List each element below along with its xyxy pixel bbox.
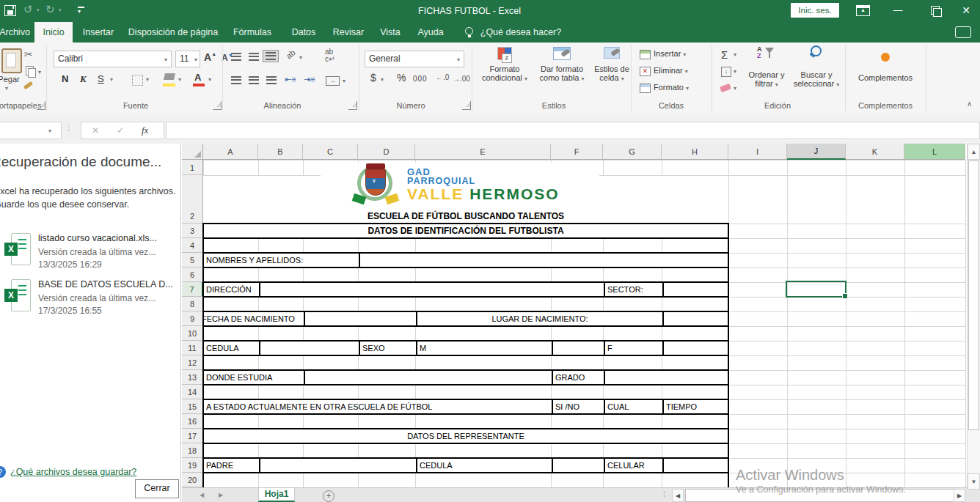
delete-cells-button[interactable]: Eliminar ▾: [654, 66, 688, 75]
clipboard-dialog-launcher[interactable]: ◿: [37, 101, 45, 110]
formula-input[interactable]: [166, 122, 980, 139]
vertical-scrollbar[interactable]: ▲ ▼: [967, 144, 980, 490]
tab-disposicion[interactable]: Disposición de página: [125, 22, 222, 43]
close-button[interactable]: ✕: [952, 0, 980, 22]
row-header-11[interactable]: 11: [182, 341, 203, 355]
tabbar-grip-icon[interactable]: ⁞: [663, 490, 665, 498]
bold-button[interactable]: N: [62, 73, 68, 84]
ribbon-display-options-icon[interactable]: ▲: [856, 5, 870, 16]
merge-dropdown-icon[interactable]: ▾: [343, 78, 345, 84]
row-header-5[interactable]: 5: [182, 253, 203, 267]
addins-button[interactable]: Complementos: [853, 73, 918, 82]
feedback-icon[interactable]: [955, 26, 971, 38]
format-cells-button[interactable]: Formato ▾: [654, 83, 689, 92]
vscroll-down-icon[interactable]: ▼: [968, 473, 980, 490]
active-cell-selection[interactable]: [786, 281, 846, 298]
minimize-button[interactable]: —: [885, 0, 911, 22]
qat-customize-arrow-icon[interactable]: ▾: [78, 8, 81, 15]
form-row-19[interactable]: PADRE CEDULA CELULAR: [202, 457, 729, 473]
cancel-icon[interactable]: ✕: [92, 125, 99, 136]
recovered-file-item[interactable]: X listado curso vacacional.xls... Versió…: [0, 232, 180, 277]
align-bottom-icon[interactable]: [263, 50, 279, 62]
hscroll-right-icon[interactable]: ▶: [954, 489, 965, 502]
select-all-corner[interactable]: [182, 144, 203, 160]
autosum-dropdown-icon[interactable]: ▾: [734, 51, 736, 58]
clear-dropdown-icon[interactable]: ▾: [734, 85, 736, 92]
paste-dropdown-icon[interactable]: ▾: [5, 85, 8, 92]
column-header-B[interactable]: B: [258, 144, 303, 160]
column-header-E[interactable]: E: [415, 144, 551, 160]
form-row-11[interactable]: CEDULA SEXO M F: [202, 340, 729, 356]
font-dialog-launcher[interactable]: ◿: [213, 101, 222, 110]
form-row-3[interactable]: DATOS DE IDENTIFICACIÓN DEL FUTBOLISTA: [202, 223, 729, 239]
tab-insertar[interactable]: Insertar: [76, 22, 121, 43]
row-header-12[interactable]: 12: [182, 355, 203, 370]
name-box[interactable]: [0, 122, 62, 139]
which-files-link[interactable]: ¿Qué archivos desea guardar?: [10, 467, 136, 477]
row-header-4[interactable]: 4: [182, 238, 203, 253]
decrease-decimal-icon[interactable]: →.00: [453, 75, 470, 83]
collapse-ribbon-icon[interactable]: ∧: [967, 100, 972, 108]
row-header-14[interactable]: 14: [182, 385, 203, 399]
form-row-13[interactable]: DONDE ESTUDIA GRADO: [202, 369, 729, 385]
addins-icon[interactable]: [881, 53, 890, 62]
vscroll-thumb[interactable]: [968, 160, 979, 430]
column-header-I[interactable]: I: [728, 144, 787, 160]
paste-label[interactable]: Pegar: [0, 75, 23, 84]
grow-font-icon[interactable]: A▲: [204, 51, 216, 63]
fill-icon[interactable]: ↓: [721, 67, 731, 77]
conditional-formatting-button[interactable]: ≠ Formato condicional ▾: [480, 47, 529, 82]
format-cells-icon[interactable]: [640, 84, 651, 93]
increase-decimal-icon[interactable]: ←.0: [436, 73, 449, 81]
row-header-19[interactable]: 19: [182, 458, 203, 473]
form-row-7[interactable]: DIRECCIÓN SECTOR:: [202, 281, 729, 298]
new-sheet-icon[interactable]: +: [323, 490, 334, 502]
row-header-8[interactable]: 8: [182, 297, 203, 311]
undo-icon[interactable]: ↺: [23, 3, 33, 16]
column-header-K[interactable]: K: [846, 144, 904, 160]
column-header-G[interactable]: G: [603, 144, 662, 160]
restore-button[interactable]: [921, 0, 948, 22]
tab-archivo[interactable]: Archivo: [0, 22, 35, 43]
sheet-nav-next-icon[interactable]: ▶: [219, 492, 223, 498]
font-color-icon[interactable]: A: [194, 72, 201, 83]
row-header-17[interactable]: 17: [182, 429, 203, 443]
column-header-C[interactable]: C: [303, 144, 358, 160]
tab-revisar[interactable]: Revisar: [327, 22, 370, 43]
row-header-18[interactable]: 18: [182, 443, 203, 458]
wrap-text-icon[interactable]: abc↵: [325, 48, 334, 63]
underline-button[interactable]: S: [98, 73, 104, 84]
number-dialog-launcher[interactable]: ◿: [462, 101, 471, 110]
sheet-nav-prev-icon[interactable]: ◀: [200, 492, 204, 498]
close-pane-button[interactable]: Cerrar: [135, 479, 179, 498]
fill-color-dropdown-icon[interactable]: ▾: [178, 76, 181, 83]
row-header-20[interactable]: 20: [182, 473, 203, 487]
tab-vista[interactable]: Vista: [374, 22, 406, 43]
insert-cells-icon[interactable]: [640, 50, 651, 59]
tab-inicio[interactable]: Inicio: [34, 22, 73, 43]
sort-filter-button[interactable]: A Z Ordenar y filtrar ▾: [742, 45, 791, 88]
row-header-15[interactable]: 15: [182, 399, 203, 414]
column-header-H[interactable]: H: [662, 144, 728, 160]
column-header-F[interactable]: F: [551, 144, 603, 160]
cut-icon[interactable]: ✂: [24, 48, 33, 60]
row-header-10[interactable]: 10: [182, 326, 203, 341]
row-header-2[interactable]: 2: [182, 175, 203, 224]
vscroll-up-icon[interactable]: ▲: [968, 144, 980, 160]
row-header-9[interactable]: 9: [182, 311, 203, 326]
redo-icon[interactable]: ↻: [45, 3, 55, 16]
font-color-dropdown-icon[interactable]: ▾: [208, 76, 211, 83]
redo-dropdown-icon[interactable]: ▾: [59, 7, 62, 13]
row-header-3[interactable]: 3: [182, 224, 203, 238]
find-select-button[interactable]: Buscar y seleccionar ▾: [791, 45, 842, 88]
align-top-icon[interactable]: [231, 53, 241, 61]
decrease-indent-icon[interactable]: ⇤≡: [285, 75, 296, 84]
column-header-J[interactable]: J: [787, 144, 846, 160]
percent-icon[interactable]: %: [397, 72, 406, 84]
number-format-combo[interactable]: General▾: [365, 51, 464, 67]
enter-icon[interactable]: ✓: [117, 125, 124, 136]
column-header-L[interactable]: L: [904, 144, 965, 160]
sheet-tab-hoja1[interactable]: Hoja1: [258, 488, 295, 502]
align-middle-icon[interactable]: [249, 53, 259, 61]
alignment-dialog-launcher[interactable]: ◿: [348, 101, 357, 110]
